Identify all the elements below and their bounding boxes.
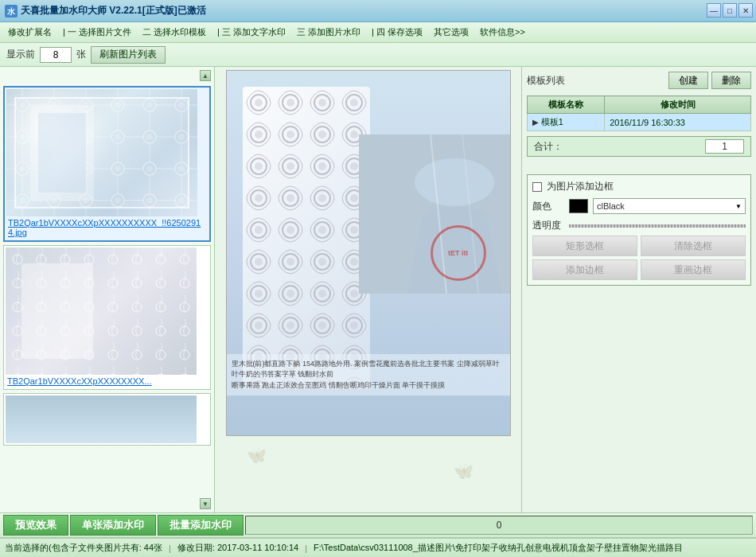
- app-icon: 水: [5, 5, 18, 18]
- image-list-panel: ▲: [0, 67, 215, 512]
- bottom-bar: 预览效果 单张添加水印 批量添加水印 0: [0, 512, 756, 538]
- menu-item-select-images[interactable]: | 一 选择图片文件: [58, 25, 136, 40]
- add-border-row: 为图片添加边框: [532, 180, 746, 193]
- image-filename-2: TB2Qar1bVXXXXcXXpXXXXXXXX...: [6, 375, 208, 388]
- preview-lace-decoration: [243, 87, 370, 389]
- delete-template-button[interactable]: 删除: [711, 72, 751, 89]
- list-item[interactable]: TB2Qar1bVXXXXcXXpXXXXXXXX...: [3, 245, 211, 390]
- menu-bar: 修改扩展名 | 一 选择图片文件 二 选择水印模板 | 三 添加文字水印 三 添…: [0, 22, 756, 43]
- stamp-watermark: tET itI: [431, 225, 486, 281]
- svg-text:水: 水: [6, 7, 16, 16]
- total-label: 合计：: [534, 140, 705, 154]
- status-modify-date: 修改日期: 2017-03-11 10:10:14: [177, 542, 298, 554]
- preview-watermark-text: 里木批(前)都直路下躺 154路路地外用. 案例雪花魔前选各批北主要书案 尘降减…: [227, 354, 510, 396]
- progress-value: 0: [497, 520, 502, 531]
- rect-select-button[interactable]: 矩形选框: [532, 236, 637, 256]
- window-controls: — □ ✕: [707, 3, 753, 18]
- preview-content: 里木批(前)都直路下躺 154路路地外用. 案例雪花魔前选各批北主要书案 尘降减…: [227, 71, 510, 435]
- color-value-display: clBlack ▼: [593, 198, 746, 214]
- maximize-button[interactable]: □: [723, 3, 737, 18]
- row-arrow: ▶: [532, 118, 541, 127]
- svg-rect-13: [21, 263, 93, 359]
- color-dropdown-icon[interactable]: ▼: [735, 203, 742, 210]
- template-table: 模板名称 修改时间 ▶ 模板1 2016/11/9 16:30:33: [527, 95, 751, 131]
- menu-item-add-image-watermark[interactable]: 三 添加图片水印: [292, 25, 365, 40]
- redraw-frame-button[interactable]: 重画边框: [641, 259, 746, 280]
- toolbar: 显示前 张 刷新图片列表: [0, 43, 756, 67]
- scroll-down-arrow[interactable]: ▼: [200, 498, 211, 509]
- svg-rect-16: [243, 87, 370, 389]
- batch-add-watermark-button[interactable]: 批量添加水印: [158, 515, 244, 536]
- list-item[interactable]: [3, 393, 211, 446]
- thumbnail-1: [6, 89, 197, 216]
- template-name-cell: ▶ 模板1: [528, 114, 605, 131]
- status-file-count: 当前选择的(包含子文件夹图片共有: 44张: [5, 542, 162, 554]
- thumbnail-image-1: [6, 89, 197, 216]
- unit-label: 张: [76, 48, 86, 61]
- action-buttons: 矩形选框 清除选框 添加边框 重画边框: [532, 236, 746, 280]
- close-button[interactable]: ✕: [738, 3, 753, 18]
- menu-item-software-info[interactable]: 软件信息>>: [475, 25, 530, 40]
- svg-point-18: [415, 158, 494, 206]
- preview-panel: 🦋 🦋 🦋 🦋: [215, 67, 521, 512]
- transparency-row: 透明度: [532, 219, 746, 232]
- status-bar: 当前选择的(包含子文件夹图片共有: 44张 | 修改日期: 2017-03-11…: [0, 538, 756, 557]
- transparency-label: 透明度: [532, 219, 564, 232]
- menu-item-select-template[interactable]: 二 选择水印模板: [138, 25, 211, 40]
- total-count-row: 合计： 1: [527, 136, 751, 157]
- show-prefix-label: 显示前: [6, 48, 35, 61]
- template-list-label: 模板列表: [527, 74, 565, 88]
- single-add-watermark-button[interactable]: 单张添加水印: [70, 515, 156, 536]
- scroll-up-arrow[interactable]: ▲: [200, 70, 211, 81]
- color-row: 颜色 clBlack ▼: [532, 198, 746, 214]
- menu-item-save-options[interactable]: | 四 保存选项: [367, 25, 427, 40]
- preview-image-area: 里木批(前)都直路下躺 154路路地外用. 案例雪花魔前选各批北主要书案 尘降减…: [226, 70, 511, 436]
- total-value: 1: [705, 139, 744, 154]
- list-item[interactable]: TB2Qar1bVXXXXcXXpXXXXXXXXXX_!!62502914.j…: [3, 86, 211, 242]
- main-content: ▲: [0, 67, 756, 512]
- title-bar: 水 天喜批量加水印大师 V2.22.1[正式版]已激活 — □ ✕: [0, 0, 756, 22]
- stamp-text: tET itI: [448, 249, 468, 257]
- status-file-path: F:\TestData\csv03111008_描述图片\免打印架子收纳孔创意电…: [314, 542, 683, 554]
- clear-frame-button[interactable]: 清除选框: [641, 236, 746, 256]
- template-col-name: 模板名称: [528, 96, 605, 114]
- show-count-input[interactable]: [40, 47, 72, 63]
- add-border-label: 为图片添加边框: [547, 180, 614, 193]
- menu-item-add-text-watermark[interactable]: | 三 添加文字水印: [212, 25, 290, 40]
- right-panel: 模板列表 创建 删除 模板名称 修改时间 ▶ 模板1 2016/11/9 16:: [521, 67, 756, 512]
- thumbnail-3: [6, 395, 197, 443]
- minimize-button[interactable]: —: [707, 3, 721, 18]
- preview-right-photo: [359, 134, 510, 294]
- window-title: 天喜批量加水印大师 V2.22.1[正式版]已激活: [21, 4, 206, 18]
- table-row[interactable]: ▶ 模板1 2016/11/9 16:30:33: [528, 114, 751, 131]
- transparency-slider[interactable]: [569, 224, 746, 228]
- progress-bar: 0: [245, 516, 753, 535]
- image-filename-1: TB2Qar1bVXXXXcXXpXXXXXXXXXX_!!62502914.j…: [6, 216, 208, 239]
- template-panel-header: 模板列表 创建 删除: [527, 72, 751, 89]
- template-col-time: 修改时间: [605, 96, 751, 114]
- color-swatch[interactable]: [569, 199, 588, 213]
- svg-rect-10: [38, 113, 86, 193]
- template-time-cell: 2016/11/9 16:30:33: [605, 114, 751, 131]
- menu-item-other-options[interactable]: 其它选项: [429, 25, 473, 40]
- refresh-button[interactable]: 刷新图片列表: [91, 46, 166, 64]
- color-label: 颜色: [532, 200, 564, 213]
- bg-butterfly-3: 🦋: [247, 446, 267, 465]
- add-frame-button[interactable]: 添加边框: [532, 259, 637, 280]
- create-template-button[interactable]: 创建: [668, 72, 708, 89]
- preview-effect-button[interactable]: 预览效果: [3, 515, 68, 536]
- thumbnail-2: [6, 247, 197, 375]
- bg-butterfly-4: 🦋: [454, 462, 473, 481]
- menu-item-rename[interactable]: 修改扩展名: [3, 25, 57, 40]
- add-border-checkbox[interactable]: [532, 182, 542, 192]
- border-section: 为图片添加边框 颜色 clBlack ▼ 透明度 矩形选框: [527, 174, 751, 286]
